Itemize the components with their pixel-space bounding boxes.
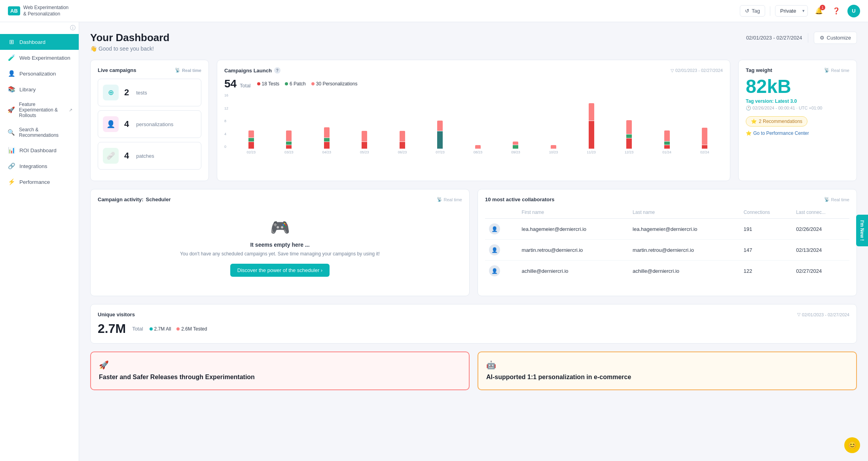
clock-icon: 🕐: [746, 106, 751, 110]
star-icon: ⭐: [751, 119, 757, 124]
campaigns-legend: 18 Tests 6 Patch 30 Personalizations: [257, 81, 358, 87]
tag-weight-title: Tag weight: [746, 67, 772, 73]
bar-tests: [248, 142, 254, 149]
unique-visitors-date: ▽ 02/01/2023 - 02/27/2024: [797, 312, 849, 317]
legend-patch: 6 Patch: [285, 81, 306, 87]
page-header-left: Your Dashboard 👋 Good to see you back!: [90, 32, 169, 52]
bottom-grid: Campaign activity: Scheduler 📡 Real time…: [90, 189, 857, 296]
avatar: 👤: [489, 244, 500, 255]
sidebar-item-library[interactable]: 📚 Library: [0, 81, 79, 97]
promo-icon-ai: 🤖: [486, 360, 848, 370]
sidebar-item-personalization[interactable]: 👤 Personalization: [0, 66, 79, 81]
dashboard-icon: ⊞: [8, 38, 15, 45]
legend-personalizations: 30 Personalizations: [311, 81, 358, 87]
unique-visitors-card: Unique visitors ▽ 02/01/2023 - 02/27/202…: [90, 304, 857, 344]
bar-personalization: [702, 128, 707, 145]
collab-avatar-cell: 👤: [485, 261, 518, 282]
collab-connections: 147: [740, 240, 792, 261]
notification-button[interactable]: 🔔 1: [813, 5, 825, 17]
bar-chart: [224, 93, 723, 149]
realtime-icon: 📡: [175, 68, 180, 73]
promo-card-ai-personalization[interactable]: 🤖 AI-supported 1:1 personalization in e-…: [478, 351, 857, 390]
x-label: 11/23: [573, 150, 610, 154]
sidebar-item-web-experimentation[interactable]: 🧪 Web Experimentation: [0, 50, 79, 66]
legend-all: 2.7M All: [150, 326, 171, 332]
personalizations-icon: 👤: [103, 116, 119, 132]
bar-personalization: [400, 131, 405, 141]
im-new-button[interactable]: I'm New !: [856, 215, 868, 246]
scheduler-empty-desc: You don't have any scheduled campaigns y…: [180, 250, 380, 257]
filter-icon: ▽: [671, 68, 674, 73]
discover-scheduler-button[interactable]: Discover the power of the scheduler ›: [230, 264, 330, 277]
campaign-item-personalizations[interactable]: 👤 4 personalizations: [98, 110, 201, 138]
promo-card-faster-releases[interactable]: 🚀 Faster and Safer Releases through Expe…: [90, 351, 470, 390]
collab-last-conn: 02/13/2024: [792, 240, 849, 261]
collab-last-conn: 02/26/2024: [792, 219, 849, 240]
filter-icon: ▽: [797, 312, 800, 317]
page-title: Your Dashboard: [90, 32, 169, 44]
col-last-conn: Last connec...: [792, 206, 849, 219]
tag-version: Tag version: Latest 3.0: [746, 98, 849, 104]
sidebar-item-label: Personalization: [19, 71, 56, 77]
promo-title-faster: Faster and Safer Releases through Experi…: [99, 373, 461, 382]
table-row: 👤 lea.hagemeier@derniercri.io lea.hageme…: [485, 219, 849, 240]
sidebar-item-performance[interactable]: ⚡ Performance: [0, 174, 79, 190]
top-bar: AB Web Experimentation & Personalization…: [0, 0, 868, 22]
bar-tests: [437, 131, 443, 149]
sidebar-item-integrations[interactable]: 🔗 Integrations: [0, 158, 79, 174]
campaigns-launch-date-range: ▽ 02/01/2023 - 02/27/2024: [671, 68, 723, 73]
collab-last: martin.retrou@derniercri.io: [629, 240, 740, 261]
campaign-activity-card: Campaign activity: Scheduler 📡 Real time…: [90, 189, 470, 296]
sidebar-item-roi-dashboard[interactable]: 📊 ROI Dashboard: [0, 142, 79, 158]
help-button[interactable]: ❓: [830, 5, 843, 17]
bar-group-02/24: [686, 93, 723, 149]
notification-badge: 1: [820, 5, 825, 10]
bar-patch: [248, 138, 254, 142]
x-label: 02/23: [233, 150, 269, 154]
private-select-wrapper: Private Public ▾: [775, 5, 808, 17]
recommendations-button[interactable]: ⭐ 2 Recommendations: [746, 116, 807, 127]
avatar[interactable]: U: [847, 5, 860, 17]
header-right: 02/01/2023 - 02/27/2024 ⚙ Customize: [746, 32, 857, 44]
scheduler-empty-title: It seems empty here ...: [250, 242, 309, 248]
collab-last-conn: 02/27/2024: [792, 261, 849, 282]
bar-group-03/23: [271, 93, 307, 149]
patches-icon: 🩹: [103, 148, 119, 164]
sidebar-collapse-button[interactable]: ⓘ: [0, 22, 79, 34]
unique-visitors-total: 2.7M: [98, 321, 126, 336]
divider: [770, 6, 770, 16]
help-floating-button[interactable]: 😊: [844, 437, 860, 453]
sidebar-item-dashboard[interactable]: ⊞ Dashboard: [0, 34, 79, 50]
sidebar-item-label: Search & Recommendations: [19, 127, 72, 138]
campaign-item-patches[interactable]: 🩹 4 patches: [98, 142, 201, 170]
sidebar-item-feature-experimentation[interactable]: 🚀 Feature Experimentation & Rollouts ↗: [0, 97, 79, 123]
dashboard-grid: Live campaigns 📡 Real time ⊕ 2 tests 👤 4: [90, 60, 857, 181]
bar-group-07/23: [422, 93, 459, 149]
tag-icon: ↺: [745, 8, 749, 14]
sidebar-item-search-recommendations[interactable]: 🔍 Search & Recommendations: [0, 123, 79, 142]
x-label: 10/23: [535, 150, 572, 154]
private-select[interactable]: Private Public: [775, 5, 808, 17]
performance-center-link[interactable]: ⭐ Go to Performance Center: [746, 130, 849, 136]
bar-personalization: [551, 145, 556, 149]
info-icon[interactable]: ?: [274, 67, 280, 74]
customize-button[interactable]: ⚙ Customize: [814, 32, 857, 44]
bar-patch: [286, 142, 292, 145]
bar-personalization: [475, 145, 481, 149]
web-experimentation-icon: 🧪: [8, 54, 15, 61]
bar-patch: [513, 145, 518, 149]
col-connections: Connections: [740, 206, 792, 219]
tests-icon: ⊕: [103, 85, 119, 100]
legend-tests: 18 Tests: [257, 81, 279, 87]
customize-icon: ⚙: [820, 35, 824, 41]
table-row: 👤 martin.retrou@derniercri.io martin.ret…: [485, 240, 849, 261]
bar-group-06/23: [384, 93, 421, 149]
logo-text: Web Experimentation & Personalization: [23, 5, 69, 17]
live-campaigns-card: Live campaigns 📡 Real time ⊕ 2 tests 👤 4: [90, 60, 209, 181]
tag-button[interactable]: ↺ Tag: [740, 5, 765, 17]
collab-connections: 191: [740, 219, 792, 240]
chart-x-labels: 02/2303/2304/2305/2306/2307/2308/2309/23…: [224, 150, 723, 154]
bar-personalization: [324, 127, 330, 138]
bar-group-09/23: [498, 93, 534, 149]
campaign-item-tests[interactable]: ⊕ 2 tests: [98, 79, 201, 106]
